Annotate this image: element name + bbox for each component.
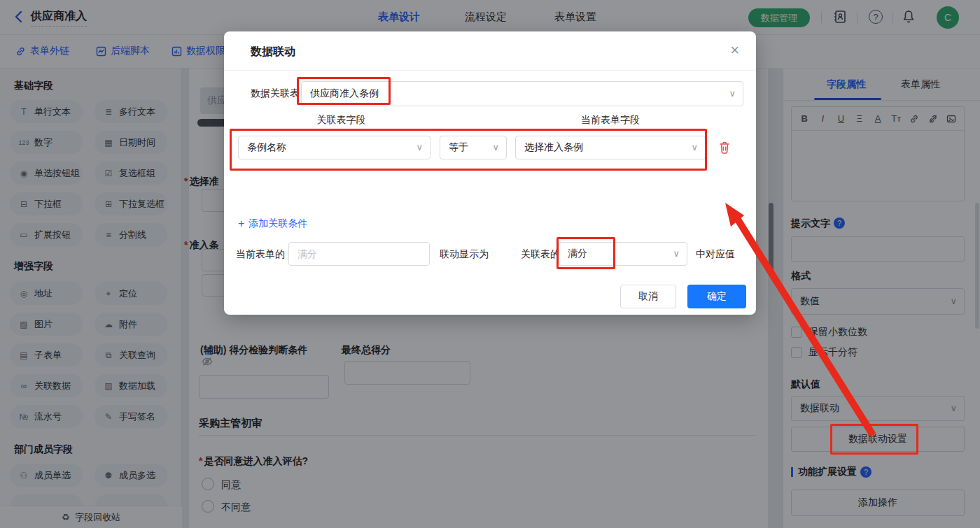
display-field-input[interactable] <box>288 242 430 266</box>
app-root: 供应商准入 表单设计 流程设定 表单设置 数据管理 ? C 表单外链 <box>0 0 980 528</box>
cancel-button[interactable]: 取消 <box>620 285 676 308</box>
relation-table-prefix-label: 关联表的 <box>521 248 560 261</box>
relation-field-select[interactable]: 条例名称 ∨ <box>238 136 430 159</box>
add-condition-link[interactable]: + 添加关联条件 <box>238 217 307 230</box>
dialog-title: 数据联动 <box>251 45 295 59</box>
relation-value-field-select[interactable]: 满分 ∨ <box>559 242 687 266</box>
operator-select[interactable]: 等于 ∨ <box>440 136 507 159</box>
operator-select-value: 等于 <box>449 141 468 154</box>
column-header-current-field: 当前表单字段 <box>515 114 706 127</box>
linkage-display-as-label: 联动显示为 <box>440 248 489 261</box>
chevron-down-icon: ∨ <box>691 142 698 152</box>
relation-table-select-value: 供应商准入条例 <box>310 87 379 100</box>
delete-condition-trash-icon[interactable] <box>718 141 731 155</box>
relation-table-label: 数据关联表 <box>251 87 300 100</box>
chevron-down-icon: ∨ <box>492 142 499 152</box>
chevron-down-icon: ∨ <box>673 248 680 259</box>
chevron-down-icon: ∨ <box>729 88 736 99</box>
relation-table-select[interactable]: 供应商准入条例 ∨ <box>301 81 743 106</box>
relation-value-field-select-value: 满分 <box>568 248 587 260</box>
close-icon[interactable]: × <box>730 41 739 59</box>
current-form-field-select-value: 选择准入条例 <box>524 141 583 154</box>
add-condition-label: 添加关联条件 <box>248 217 307 230</box>
plus-icon: + <box>238 217 244 230</box>
current-form-field-select[interactable]: 选择准入条例 ∨ <box>515 136 706 159</box>
confirm-button[interactable]: 确定 <box>687 285 746 308</box>
relation-field-select-value: 条例名称 <box>247 141 286 154</box>
dialog-header-divider <box>224 70 756 71</box>
data-linkage-dialog: 数据联动 × 数据关联表 供应商准入条例 ∨ 关联表字段 当前表单字段 条例名称… <box>224 31 756 315</box>
chevron-down-icon: ∨ <box>416 142 423 152</box>
column-header-relation-field: 关联表字段 <box>238 114 444 127</box>
current-form-prefix-label: 当前表单的 <box>236 248 285 261</box>
corresponding-value-label: 中对应值 <box>696 248 735 261</box>
